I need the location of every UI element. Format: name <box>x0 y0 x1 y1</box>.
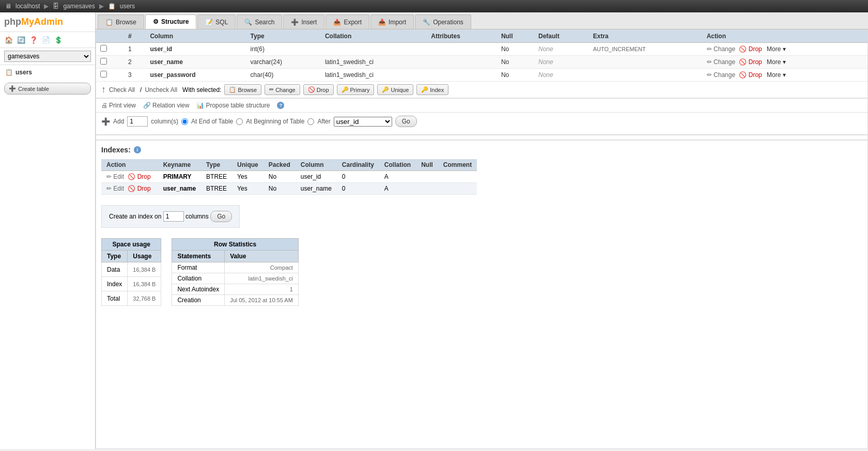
idx-cardinality: 0 <box>337 171 379 183</box>
rowstats-row: Format Compact <box>172 262 298 273</box>
sidebar-item-users[interactable]: 📋 users <box>0 67 95 77</box>
tab-insert-label: Insert <box>301 19 317 26</box>
reload-icon[interactable]: 🔄 <box>17 35 26 44</box>
tab-sql[interactable]: 📝 SQL <box>197 14 236 29</box>
change-link[interactable]: ✏ Change <box>707 45 735 53</box>
db-select[interactable]: gamesaves <box>4 51 91 62</box>
index-selected-button[interactable]: 🔑 Index <box>416 84 448 95</box>
row-null: No <box>497 56 534 69</box>
indexes-title: Indexes: i <box>101 146 862 154</box>
col-header-attributes: Attributes <box>427 30 497 43</box>
tab-insert[interactable]: ➕ Insert <box>283 14 324 29</box>
more-button[interactable]: More ▾ <box>766 45 787 53</box>
col-header-check <box>96 30 124 43</box>
columns-label2: columns <box>185 213 209 220</box>
row-column: user_id <box>146 43 246 56</box>
radio-beginning-label[interactable]: At Beginning of Table <box>246 118 304 125</box>
print-view-link[interactable]: 🖨 Print view <box>101 102 136 109</box>
change-selected-button[interactable]: ✏ Change <box>265 84 300 95</box>
create-index-go-button[interactable]: Go <box>210 211 232 222</box>
add-column-count[interactable] <box>127 116 148 127</box>
col-header-extra: Extra <box>589 30 703 43</box>
row-attributes <box>427 69 497 82</box>
drop-link[interactable]: 🚫 Drop <box>739 58 762 66</box>
radio-end-of-table[interactable] <box>181 118 188 125</box>
idx-drop-link[interactable]: 🚫 Drop <box>128 185 150 192</box>
row-stats-table: Row Statistics Statements Value Format C… <box>172 238 298 306</box>
help-info-icon[interactable]: ? <box>277 102 284 109</box>
index-icon: 🔑 <box>421 86 428 93</box>
row-default: None <box>534 69 589 82</box>
index-row: ✏ Edit 🚫 Drop user_name BTREE Yes No use… <box>101 183 477 195</box>
idx-packed-header: Packed <box>264 159 296 171</box>
tab-export-label: Export <box>344 19 362 26</box>
rs-statement: Collation <box>172 273 225 284</box>
idx-edit-link[interactable]: ✏ Edit <box>106 173 124 180</box>
sep2: ▶ <box>99 3 104 10</box>
db-link[interactable]: gamesaves <box>63 3 95 10</box>
sidebar: phpMyAdmin 🏠 🔄 ❓ 📄 💲 gamesaves 📋 users ➕… <box>0 12 96 449</box>
rs-statement: Creation <box>172 295 225 306</box>
drop-link[interactable]: 🚫 Drop <box>739 71 762 79</box>
logo-area: phpMyAdmin <box>0 12 95 32</box>
table-link[interactable]: users <box>120 3 135 10</box>
row-collation: latin1_swedish_ci <box>321 56 427 69</box>
radio-after-label[interactable]: After <box>317 118 330 125</box>
help-icon[interactable]: ❓ <box>29 35 38 44</box>
add-label: Add <box>113 118 124 125</box>
tab-export[interactable]: 📤 Export <box>326 14 369 29</box>
radio-beginning-of-table[interactable] <box>236 118 243 125</box>
create-table-button[interactable]: ➕ Create table <box>4 83 91 95</box>
tab-bar: 📋 Browse ⚙ Structure 📝 SQL 🔍 Search ➕ In… <box>96 12 868 29</box>
tab-search[interactable]: 🔍 Search <box>237 14 282 29</box>
drop-link[interactable]: 🚫 Drop <box>739 45 762 53</box>
su-type: Total <box>102 291 128 306</box>
tab-import[interactable]: 📥 Import <box>370 14 414 29</box>
doc-icon[interactable]: 📄 <box>41 35 51 44</box>
primary-selected-button[interactable]: 🔑 Primary <box>337 84 375 95</box>
home-icon[interactable]: 🏠 <box>4 35 13 44</box>
check-all-link[interactable]: Check All <box>109 86 135 94</box>
logo-php: php <box>4 17 21 27</box>
tab-import-label: Import <box>389 19 406 26</box>
console-icon[interactable]: 💲 <box>54 35 63 44</box>
table-row: 1 user_id int(6) No None AUTO_INCREMENT … <box>96 43 867 56</box>
row-checkbox[interactable] <box>100 58 107 65</box>
idx-null <box>416 171 438 183</box>
rs-value-header: Value <box>225 251 299 262</box>
rs-value: Jul 05, 2012 at 10:55 AM <box>225 295 299 306</box>
server-icon: 🖥 <box>5 3 11 10</box>
propose-structure-link[interactable]: 📊 Propose table structure <box>196 102 270 109</box>
uncheck-all-link[interactable]: Uncheck All <box>145 86 177 94</box>
rowstats-row: Creation Jul 05, 2012 at 10:55 AM <box>172 295 298 306</box>
col-header-type: Type <box>246 30 321 43</box>
more-button[interactable]: More ▾ <box>766 71 787 79</box>
idx-drop-link[interactable]: 🚫 Drop <box>128 173 150 180</box>
drop-selected-button[interactable]: 🚫 Drop <box>303 84 334 95</box>
col-header-null: Null <box>497 30 534 43</box>
add-column-go-button[interactable]: Go <box>395 116 417 127</box>
indexes-info-icon[interactable]: i <box>134 146 141 153</box>
content-area: # Column Type Collation Attributes Null … <box>96 29 868 449</box>
space-row: Data 16,384 B <box>102 262 161 277</box>
tab-browse[interactable]: 📋 Browse <box>98 14 144 29</box>
after-column-select[interactable]: user_id user_name user_password <box>334 117 392 127</box>
space-usage-table: Space usage Type Usage Data 16,384 B Ind… <box>101 238 161 306</box>
tab-structure[interactable]: ⚙ Structure <box>145 14 196 29</box>
row-checkbox[interactable] <box>100 71 107 77</box>
index-columns-input[interactable] <box>163 211 184 222</box>
idx-edit-link[interactable]: ✏ Edit <box>106 185 124 192</box>
row-checkbox[interactable] <box>100 45 107 52</box>
unique-selected-button[interactable]: 🔑 Unique <box>377 84 413 95</box>
relation-view-link[interactable]: 🔗 Relation view <box>143 102 189 109</box>
server-link[interactable]: localhost <box>16 3 40 10</box>
import-icon: 📥 <box>378 19 386 26</box>
change-link[interactable]: ✏ Change <box>707 58 735 66</box>
browse-selected-button[interactable]: 📋 Browse <box>224 84 261 95</box>
radio-after[interactable] <box>307 118 314 125</box>
tab-operations[interactable]: 🔧 Operations <box>415 14 471 29</box>
more-button[interactable]: More ▾ <box>766 58 787 66</box>
radio-end-label[interactable]: At End of Table <box>191 118 233 125</box>
change-link[interactable]: ✏ Change <box>707 71 735 79</box>
divider1 <box>96 134 867 135</box>
